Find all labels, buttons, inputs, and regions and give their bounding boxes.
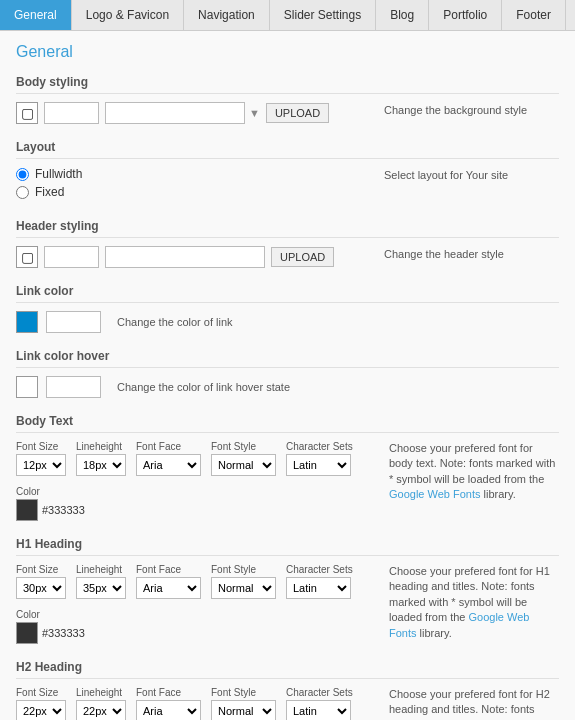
- body-char-sets-select[interactable]: Latin: [286, 454, 351, 476]
- header-styling-section: Header styling ▢ UPLOAD Change the heade…: [16, 219, 559, 268]
- h2-heading-section: H2 Heading Font Size 22px Lineheight 22p…: [16, 660, 559, 720]
- link-color-desc: Change the color of link: [117, 316, 233, 328]
- header-upload-button[interactable]: UPLOAD: [271, 247, 334, 267]
- tab-blog[interactable]: Blog: [376, 0, 429, 30]
- h1-lineheight-label: Lineheight: [76, 564, 126, 575]
- page-title: General: [16, 43, 559, 61]
- body-text-color-hex: #333333: [42, 504, 85, 516]
- link-hover-color-desc: Change the color of link hover state: [117, 381, 290, 393]
- header-styling-title: Header styling: [16, 219, 559, 238]
- h2-lineheight-select[interactable]: 22px: [76, 700, 126, 720]
- h2-heading-title: H2 Heading: [16, 660, 559, 679]
- body-text-section: Body Text Font Size 12px Lineheight 18px: [16, 414, 559, 521]
- body-color-group: Color #333333: [16, 486, 85, 521]
- h2-heading-desc: Choose your prefered font for H2 heading…: [389, 687, 559, 720]
- layout-fixed-row: Fixed: [16, 185, 376, 199]
- body-font-face-group: Font Face Aria: [136, 441, 201, 476]
- body-font-size-select[interactable]: 12px: [16, 454, 66, 476]
- body-color-input[interactable]: [44, 102, 99, 124]
- h2-font-size-select[interactable]: 22px: [16, 700, 66, 720]
- h1-color-hex: #333333: [42, 627, 85, 639]
- tab-bar: General Logo & Favicon Navigation Slider…: [0, 0, 575, 31]
- body-color-label: Color: [16, 486, 85, 497]
- tab-slider[interactable]: Slider Settings: [270, 0, 376, 30]
- body-font-style-group: Font Style Normal: [211, 441, 276, 476]
- h2-font-face-select[interactable]: Aria: [136, 700, 201, 720]
- h2-font-size-label: Font Size: [16, 687, 66, 698]
- h1-char-sets-label: Character Sets: [286, 564, 353, 575]
- tab-general[interactable]: General: [0, 0, 72, 30]
- body-font-size-group: Font Size 12px: [16, 441, 66, 476]
- h1-font-size-select[interactable]: 30px: [16, 577, 66, 599]
- tab-navigation[interactable]: Navigation: [184, 0, 270, 30]
- header-media-icon: ▢: [16, 246, 38, 268]
- h1-heading-section: H1 Heading Font Size 30px Lineheight 35p…: [16, 537, 559, 644]
- body-text-color-box[interactable]: [16, 499, 38, 521]
- h1-color-label: Color: [16, 609, 85, 620]
- body-font-face-select[interactable]: Aria: [136, 454, 201, 476]
- body-text-font-row: Font Size 12px Lineheight 18px Font Face: [16, 441, 377, 521]
- h1-font-style-label: Font Style: [211, 564, 276, 575]
- body-text-google-link[interactable]: Google Web Fonts: [389, 488, 481, 500]
- body-styling-section: Body styling ▢ ▼ UPLOAD Change the backg…: [16, 75, 559, 124]
- body-font-size-label: Font Size: [16, 441, 66, 452]
- h2-char-sets-select[interactable]: Latin: [286, 700, 351, 720]
- link-hover-color-input[interactable]: [46, 376, 101, 398]
- link-hover-color-box[interactable]: [16, 376, 38, 398]
- h1-heading-title: H1 Heading: [16, 537, 559, 556]
- layout-desc: Select layout for Your site: [384, 167, 559, 203]
- layout-fullwidth-label: Fullwidth: [35, 167, 82, 181]
- body-font-style-label: Font Style: [211, 441, 276, 452]
- h1-font-style-select[interactable]: Normal: [211, 577, 276, 599]
- h1-font-face-label: Font Face: [136, 564, 201, 575]
- body-text-desc: Choose your prefered font for body text.…: [389, 441, 559, 503]
- body-lineheight-select[interactable]: 18px: [76, 454, 126, 476]
- h2-font-style-label: Font Style: [211, 687, 276, 698]
- body-file-input[interactable]: [105, 102, 245, 124]
- header-file-input[interactable]: [105, 246, 265, 268]
- layout-title: Layout: [16, 140, 559, 159]
- layout-fixed-label: Fixed: [35, 185, 64, 199]
- header-styling-desc: Change the header style: [384, 246, 559, 268]
- header-color-input[interactable]: [44, 246, 99, 268]
- body-styling-desc: Change the background style: [384, 102, 559, 124]
- layout-fullwidth-row: Fullwidth: [16, 167, 376, 181]
- body-styling-row: ▢ ▼ UPLOAD Change the background style: [16, 102, 559, 124]
- body-lineheight-group: Lineheight 18px: [76, 441, 126, 476]
- link-color-section: Link color #0088cc Change the color of l…: [16, 284, 559, 333]
- tab-portfolio[interactable]: Portfolio: [429, 0, 502, 30]
- link-color-box[interactable]: [16, 311, 38, 333]
- h1-font-row: Font Size 30px Lineheight 35px Font Face: [16, 564, 377, 644]
- body-font-face-label: Font Face: [136, 441, 201, 452]
- h1-lineheight-select[interactable]: 35px: [76, 577, 126, 599]
- body-font-style-select[interactable]: Normal: [211, 454, 276, 476]
- link-color-hover-title: Link color hover: [16, 349, 559, 368]
- h1-font-face-select[interactable]: Aria: [136, 577, 201, 599]
- body-upload-button[interactable]: UPLOAD: [266, 103, 329, 123]
- body-text-title: Body Text: [16, 414, 559, 433]
- layout-fullwidth-radio[interactable]: [16, 168, 29, 181]
- body-styling-title: Body styling: [16, 75, 559, 94]
- h1-char-sets-select[interactable]: Latin: [286, 577, 351, 599]
- layout-fixed-radio[interactable]: [16, 186, 29, 199]
- page-content: General Body styling ▢ ▼ UPLOAD Change t…: [0, 31, 575, 720]
- h1-font-size-label: Font Size: [16, 564, 66, 575]
- h2-font-row: Font Size 22px Lineheight 22px Font Face: [16, 687, 377, 720]
- link-color-input[interactable]: #0088cc: [46, 311, 101, 333]
- layout-section: Layout Fullwidth Fixed Select layout for…: [16, 140, 559, 203]
- link-color-title: Link color: [16, 284, 559, 303]
- media-icon: ▢: [16, 102, 38, 124]
- h2-font-face-label: Font Face: [136, 687, 201, 698]
- body-char-sets-group: Character Sets Latin: [286, 441, 353, 476]
- tab-logo[interactable]: Logo & Favicon: [72, 0, 184, 30]
- h2-lineheight-label: Lineheight: [76, 687, 126, 698]
- body-char-sets-label: Character Sets: [286, 441, 353, 452]
- h1-heading-desc: Choose your prefered font for H1 heading…: [389, 564, 559, 641]
- h1-color-box[interactable]: [16, 622, 38, 644]
- h2-font-style-select[interactable]: Normal: [211, 700, 276, 720]
- tab-footer[interactable]: Footer: [502, 0, 566, 30]
- h2-char-sets-label: Character Sets: [286, 687, 353, 698]
- link-color-hover-section: Link color hover Change the color of lin…: [16, 349, 559, 398]
- body-lineheight-label: Lineheight: [76, 441, 126, 452]
